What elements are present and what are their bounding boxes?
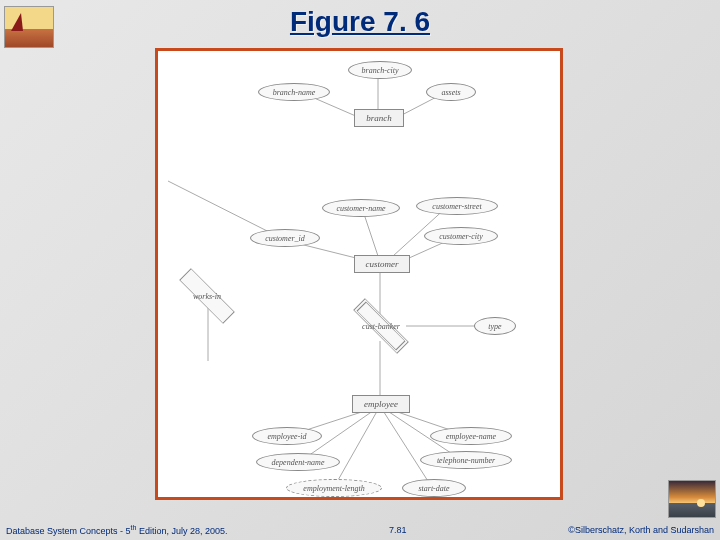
logo-sunset xyxy=(668,480,716,518)
attr-branch-name: branch-name xyxy=(258,83,330,101)
entity-branch: branch xyxy=(354,109,404,127)
attr-telephone-number: telephone-number xyxy=(420,451,512,469)
attr-customer-street: customer-street xyxy=(416,197,498,215)
footer-right: ©Silberschatz, Korth and Sudarshan xyxy=(568,525,714,535)
logo-sailboat xyxy=(4,6,54,48)
attr-branch-city: branch-city xyxy=(348,61,412,79)
rel-works-in: works-in xyxy=(176,281,238,311)
er-diagram-frame: branch-city branch-name assets branch cu… xyxy=(155,48,563,500)
attr-employee-id: employee-id xyxy=(252,427,322,445)
attr-assets: assets xyxy=(426,83,476,101)
svg-line-3 xyxy=(363,211,378,256)
attr-customer-city: customer-city xyxy=(424,227,498,245)
footer-left: Database System Concepts - 5th Edition, … xyxy=(6,524,227,536)
attr-start-date: start-date xyxy=(402,479,466,497)
attr-dependent-name: dependent-name xyxy=(256,453,340,471)
attr-customer-id: customer_id xyxy=(250,229,320,247)
svg-line-17 xyxy=(380,406,433,489)
footer-center: 7.81 xyxy=(389,525,407,535)
attr-employment-length: employment-length xyxy=(286,479,382,497)
entity-employee: employee xyxy=(352,395,410,413)
rel-cust-banker: cust-banker xyxy=(350,311,412,341)
svg-line-16 xyxy=(333,406,380,489)
footer-bar: Database System Concepts - 5th Edition, … xyxy=(0,520,720,540)
attr-employee-name: employee-name xyxy=(430,427,512,445)
attr-customer-name: customer-name xyxy=(322,199,400,217)
entity-customer: customer xyxy=(354,255,410,273)
attr-type: type xyxy=(474,317,516,335)
slide-title: Figure 7. 6 xyxy=(0,0,720,38)
